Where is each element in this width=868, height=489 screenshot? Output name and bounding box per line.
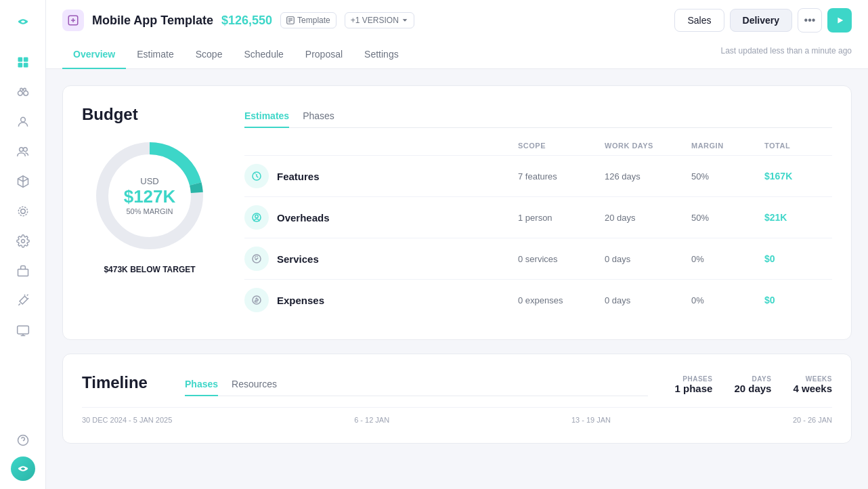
project-price: $126,550 <box>221 14 272 28</box>
tab-schedule[interactable]: Schedule <box>233 41 294 69</box>
tl-tab-phases[interactable]: Phases <box>185 373 218 396</box>
app-logo[interactable] <box>9 8 37 35</box>
svg-point-7 <box>19 148 23 152</box>
project-icon <box>62 9 84 31</box>
col-total: TOTAL <box>764 142 832 150</box>
svg-point-5 <box>23 91 28 95</box>
chat-icon[interactable] <box>9 198 37 225</box>
estimate-row-expenses: Expenses 0 expenses 0 days 0% $0 <box>244 279 832 320</box>
overheads-icon <box>244 205 269 230</box>
building-icon[interactable] <box>9 257 37 284</box>
days-value: 20 days <box>734 383 771 394</box>
header-actions: Sales Delivery ••• <box>674 8 852 33</box>
budget-title: Budget <box>82 105 138 124</box>
features-total: $167K <box>764 171 832 182</box>
weeks-value: 4 weeks <box>793 383 832 394</box>
budget-left: Budget USD $127K 50% MARGIN <box>82 105 217 320</box>
date-1: 30 DEC 2024 - 5 JAN 2025 <box>82 416 172 424</box>
features-name: Features <box>277 171 320 182</box>
date-2: 6 - 12 JAN <box>354 416 389 424</box>
svg-rect-17 <box>17 326 28 334</box>
estimate-tabs: Estimates Phases <box>244 105 832 128</box>
tab-settings[interactable]: Settings <box>353 41 410 69</box>
expenses-margin: 0% <box>691 295 759 305</box>
overheads-total: $21K <box>764 212 832 223</box>
col-workdays: WORK DAYS <box>605 142 686 150</box>
cube-icon[interactable] <box>9 168 37 195</box>
svg-rect-0 <box>18 58 22 62</box>
version-badge[interactable]: +1 VERSION <box>345 12 414 28</box>
delivery-button[interactable]: Delivery <box>730 9 792 32</box>
user-avatar[interactable] <box>11 456 35 481</box>
features-icon <box>244 164 269 188</box>
svg-point-10 <box>18 207 27 215</box>
tab-proposal[interactable]: Proposal <box>295 41 353 69</box>
row-name-overheads: Overheads <box>244 205 513 230</box>
svg-point-11 <box>21 240 24 243</box>
services-scope: 0 services <box>518 254 599 264</box>
svg-point-6 <box>20 117 25 122</box>
sales-button[interactable]: Sales <box>674 9 724 32</box>
expenses-name: Expenses <box>277 295 324 306</box>
svg-rect-12 <box>18 270 28 276</box>
expenses-icon <box>244 288 269 312</box>
sidebar <box>0 0 46 489</box>
budget-donut: USD $127K 50% MARGIN <box>89 135 211 257</box>
est-tab-estimates[interactable]: Estimates <box>244 105 289 128</box>
expenses-days: 0 days <box>605 295 686 305</box>
services-icon <box>244 247 269 271</box>
play-button[interactable] <box>827 8 852 33</box>
tab-overview[interactable]: Overview <box>62 41 126 69</box>
tab-estimate[interactable]: Estimate <box>126 41 184 69</box>
expenses-scope: 0 expenses <box>518 295 599 305</box>
team-icon[interactable] <box>9 138 37 165</box>
col-scope: SCOPE <box>518 142 599 150</box>
estimates-table-header: SCOPE WORK DAYS MARGIN TOTAL <box>244 139 832 155</box>
features-scope: 7 features <box>518 171 599 182</box>
person-icon[interactable] <box>9 108 37 135</box>
sidebar-bottom <box>9 427 37 481</box>
row-name-services: Services <box>244 247 513 271</box>
donut-margin: 50% MARGIN <box>124 207 176 215</box>
services-total: $0 <box>764 253 832 264</box>
more-button[interactable]: ••• <box>798 8 822 33</box>
tab-scope[interactable]: Scope <box>185 41 234 69</box>
estimate-row-features: Features 7 features 126 days 50% $167K <box>244 155 832 196</box>
last-updated: Last updated less than a minute ago <box>721 46 852 64</box>
template-badge[interactable]: Template <box>280 12 337 28</box>
col-name <box>244 142 513 150</box>
estimate-row-services: Services 0 services 0 days 0% $0 <box>244 238 832 279</box>
weeks-label: WEEKS <box>806 375 832 383</box>
expenses-total: $0 <box>764 295 832 305</box>
timeline-top: Timeline Phases Resources PHASES 1 phase <box>82 373 832 396</box>
col-margin: MARGIN <box>691 142 759 150</box>
row-name-features: Features <box>244 164 513 188</box>
donut-amount: $127K <box>124 186 176 207</box>
overheads-scope: 1 person <box>518 213 599 223</box>
help-icon[interactable] <box>9 427 37 454</box>
budget-below-target: $473K BELOW TARGET <box>104 265 195 274</box>
gear-icon[interactable] <box>9 228 37 255</box>
timeline-stat-weeks: WEEKS 4 weeks <box>793 375 832 394</box>
svg-point-8 <box>23 148 27 152</box>
monitor-icon[interactable] <box>9 317 37 344</box>
page-content: Budget USD $127K 50% MARGIN <box>46 69 868 489</box>
phases-label: PHASES <box>682 375 712 383</box>
services-name: Services <box>277 253 319 265</box>
date-3: 13 - 19 JAN <box>571 416 611 424</box>
row-name-expenses: Expenses <box>244 288 513 312</box>
timeline-tabs: Phases Resources <box>185 373 648 396</box>
donut-currency: USD <box>124 176 176 186</box>
svg-point-9 <box>20 209 25 214</box>
est-tab-phases[interactable]: Phases <box>303 105 334 128</box>
dashboard-icon[interactable] <box>9 49 37 76</box>
magic-icon[interactable] <box>9 287 37 314</box>
overheads-days: 20 days <box>605 213 686 223</box>
svg-rect-1 <box>23 58 28 62</box>
days-label: DAYS <box>752 375 772 383</box>
binoculars-icon[interactable] <box>9 79 37 106</box>
tl-tab-resources[interactable]: Resources <box>232 373 277 396</box>
donut-center: USD $127K 50% MARGIN <box>124 176 176 215</box>
svg-point-20 <box>18 435 28 446</box>
phases-value: 1 phase <box>675 383 713 394</box>
